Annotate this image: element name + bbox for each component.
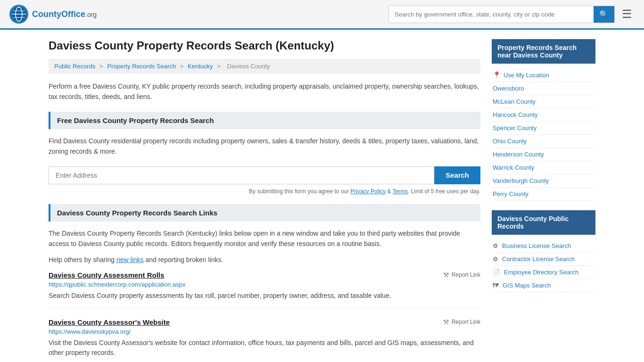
breadcrumb-property-records[interactable]: Property Records Search	[107, 63, 176, 70]
wrench-icon-1: ⚒	[443, 318, 449, 326]
free-search-description: Find Daviess County residential property…	[49, 136, 480, 157]
content-area: Daviess County Property Records Search (…	[49, 39, 480, 362]
breadcrumb-public-records[interactable]: Public Records	[54, 63, 95, 70]
links-description-1: The Daviess County Property Records Sear…	[49, 228, 480, 249]
breadcrumb-sep1: >	[99, 63, 105, 70]
report-link-btn-0[interactable]: ⚒ Report Link	[443, 271, 480, 279]
link-item-header-1: Daviess County Assessor's Website ⚒ Repo…	[49, 318, 480, 326]
sidebar-item-henderson[interactable]: Henderson County	[492, 148, 595, 161]
site-header: CountyOffice.org 🔍 ☰	[0, 0, 644, 30]
links-description-2: Help others by sharing new links and rep…	[49, 255, 480, 265]
logo-icon	[9, 5, 28, 24]
form-disclaimer: By submitting this form you agree to our…	[49, 188, 480, 195]
free-search-heading: Free Daviess County Property Records Sea…	[49, 112, 480, 129]
link-description-0: Search Daviess County property assessmen…	[49, 291, 480, 301]
breadcrumb: Public Records > Property Records Search…	[49, 59, 480, 74]
sidebar-item-hancock[interactable]: Hancock County	[492, 108, 595, 122]
address-input[interactable]	[49, 166, 434, 184]
link-url-1[interactable]: https://www.daviesskypva.org/	[49, 328, 480, 335]
header-search-button[interactable]: 🔍	[594, 6, 614, 23]
header-search-input[interactable]	[389, 7, 594, 22]
address-search-button[interactable]: Search	[434, 166, 480, 184]
page-title: Daviess County Property Records Search (…	[49, 39, 480, 52]
privacy-policy-link[interactable]: Privacy Policy	[350, 188, 386, 195]
sidebar-item-perry[interactable]: Perry County	[492, 188, 595, 201]
logo-text: CountyOffice.org	[32, 9, 97, 19]
sidebar-public-records-title: Daviess County Public Records	[492, 210, 595, 235]
map-icon: 🗺	[493, 282, 499, 289]
sidebar: Property Records Search near Daviess Cou…	[492, 39, 595, 362]
sidebar-employee-directory[interactable]: 📄 Employee Directory Search	[492, 266, 595, 279]
hamburger-icon[interactable]: ☰	[619, 5, 635, 23]
sidebar-item-warrick[interactable]: Warrick County	[492, 161, 595, 174]
sidebar-business-license[interactable]: ⚙ Business License Search	[492, 239, 595, 253]
use-my-location-link[interactable]: 📍 Use My Location	[493, 71, 594, 79]
doc-icon: 📄	[493, 269, 500, 276]
page-description: Perform a free Daviess County, KY public…	[49, 81, 480, 102]
link-item-header-0: Daviess County Assessment Rolls ⚒ Report…	[49, 271, 480, 279]
sidebar-contractor-license[interactable]: ⚙ Contractor License Search	[492, 253, 595, 266]
link-description-1: Visit the Daviess County Assessor's webs…	[49, 338, 480, 358]
breadcrumb-kentucky[interactable]: Kentucky	[188, 63, 213, 70]
link-item-0: Daviess County Assessment Rolls ⚒ Report…	[49, 271, 480, 309]
terms-link[interactable]: Terms	[392, 188, 408, 195]
sidebar-gis-maps[interactable]: 🗺 GIS Maps Search	[492, 279, 595, 292]
link-title-1[interactable]: Daviess County Assessor's Website	[49, 318, 170, 326]
breadcrumb-sep3: >	[217, 63, 222, 70]
gear-icon-1: ⚙	[493, 242, 498, 249]
link-item-1: Daviess County Assessor's Website ⚒ Repo…	[49, 318, 480, 362]
links-section-heading: Daviess County Property Records Search L…	[49, 204, 480, 222]
sidebar-item-use-my-location[interactable]: 📍 Use My Location	[492, 68, 595, 82]
sidebar-item-spencer[interactable]: Spencer County	[492, 122, 595, 135]
logo-area: CountyOffice.org	[9, 5, 97, 24]
gear-icon-2: ⚙	[493, 255, 498, 263]
report-link-btn-1[interactable]: ⚒ Report Link	[443, 318, 480, 326]
main-container: Daviess County Property Records Search (…	[39, 30, 605, 362]
sidebar-item-ohio[interactable]: Ohio County	[492, 135, 595, 148]
new-links-link[interactable]: new links	[116, 256, 144, 263]
sidebar-item-vanderburgh[interactable]: Vanderburgh County	[492, 174, 595, 188]
sidebar-nearby-title: Property Records Search near Daviess Cou…	[492, 39, 595, 64]
wrench-icon-0: ⚒	[443, 271, 449, 279]
location-pin-icon: 📍	[493, 71, 501, 79]
header-right: 🔍 ☰	[388, 5, 635, 23]
sidebar-item-mclean[interactable]: McLean County	[492, 95, 595, 108]
address-search-form: Search	[49, 166, 480, 184]
link-url-0[interactable]: https://qpublic.schneidercorp.com/applic…	[49, 281, 480, 288]
link-title-0[interactable]: Daviess County Assessment Rolls	[49, 271, 164, 279]
header-search-bar: 🔍	[388, 6, 615, 23]
breadcrumb-current: Daviess County	[227, 63, 270, 70]
sidebar-item-owensboro[interactable]: Owensboro	[492, 82, 595, 95]
breadcrumb-sep2: >	[180, 63, 185, 70]
